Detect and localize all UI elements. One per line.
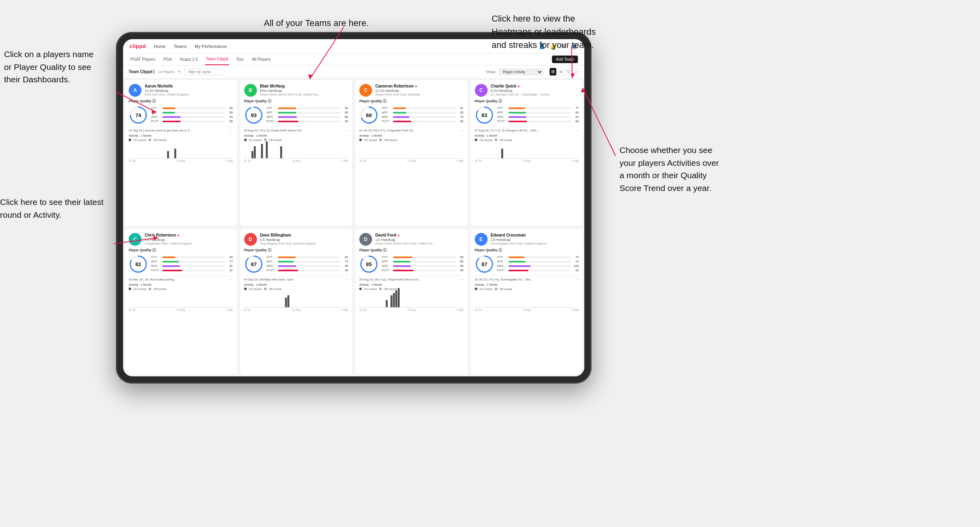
- player-name[interactable]: Edward Crossman: [491, 233, 579, 237]
- last-round[interactable]: 18 Jul 23 | 74 (+4), Sunningdale GC - Ol…: [475, 276, 579, 281]
- player-card[interactable]: B Blair McHarg Plus Handicap Royal North…: [240, 80, 353, 226]
- stat-bar-bg-ott: [393, 107, 456, 109]
- player-name[interactable]: David Ford●: [375, 233, 464, 237]
- nav-home[interactable]: Home: [154, 44, 165, 49]
- quality-circle[interactable]: 93: [244, 105, 263, 125]
- activity-label: Activity · 1 Month: [244, 283, 349, 286]
- last-round-text: 03 Mar 23 | 19. Must make putting: [129, 278, 174, 281]
- player-card[interactable]: A Aaron Nicholls 11:15 Handicap Drift Go…: [124, 80, 237, 226]
- tab-team-clippd[interactable]: Team Clippd: [205, 54, 229, 65]
- svg-text:82: 82: [135, 261, 141, 267]
- last-round[interactable]: 02 Sep 23 | Sunset round to get back int…: [129, 127, 233, 132]
- quality-circle[interactable]: 87: [244, 255, 263, 274]
- on-course-dot: [475, 139, 477, 141]
- last-round-arrow: →: [460, 129, 464, 132]
- annotation-right-bottom: Choose whether you seeyour players Activ…: [619, 144, 719, 194]
- chart-bar: [475, 158, 477, 158]
- off-course-label: Off course: [153, 139, 166, 141]
- nav-my-performance[interactable]: My Performance: [195, 44, 227, 49]
- stat-value-arg: 83: [457, 264, 464, 268]
- activity-chart: [475, 292, 579, 308]
- activity-chart: [244, 143, 349, 159]
- filter-input[interactable]: [184, 69, 224, 75]
- activity-legend: On course Off course: [359, 139, 464, 141]
- quality-circle[interactable]: 74: [129, 105, 148, 125]
- last-round[interactable]: 02 Jul 23 | 59 (+17), Craigmillar Park G…: [359, 127, 464, 132]
- stat-bar-fill-app: [508, 261, 526, 263]
- chart-bar: [378, 307, 380, 307]
- player-card[interactable]: E Edward Crossman 1:5 Handicap Sunningda…: [470, 229, 584, 375]
- tab-pgat-players[interactable]: PGAT Players: [129, 54, 156, 65]
- quality-circle[interactable]: 83: [475, 105, 494, 125]
- chart-bar: [386, 158, 388, 158]
- stat-label-app: APP: [151, 111, 161, 114]
- last-round[interactable]: 04 Sep 23 | Mobility with coach, Gym →: [244, 276, 349, 281]
- grid-view-icon[interactable]: ⊞: [550, 68, 556, 76]
- filter-view-icon[interactable]: ▽: [566, 68, 572, 76]
- stat-value-app: 80: [572, 111, 579, 114]
- chart-bar: [508, 158, 510, 158]
- stat-label-ott: OTT: [151, 106, 161, 110]
- player-card-header: D Dave Billingham 1:5 Handicap Sog Magin…: [244, 233, 349, 246]
- last-round[interactable]: 26 Aug 23 | 84 (+12), Royal North Devon …: [359, 276, 464, 281]
- stat-bar-bg-arg: [508, 265, 571, 267]
- nav-teams[interactable]: Teams: [174, 44, 187, 49]
- add-team-button[interactable]: Add Team: [552, 56, 578, 63]
- quality-circle[interactable]: 85: [359, 255, 378, 274]
- player-card[interactable]: D David Ford● 1:5 Handicap Royal North D…: [355, 229, 468, 375]
- stat-bar-bg-ott: [162, 107, 225, 109]
- quality-label: Player Quality ⓘ: [359, 248, 464, 253]
- player-name[interactable]: Dave Billingham: [260, 233, 349, 237]
- chart-bar: [518, 307, 520, 307]
- stat-label-ott: OTT: [267, 255, 276, 259]
- player-name[interactable]: Chris Robertson●: [145, 233, 233, 237]
- tab-tour[interactable]: Tour: [235, 54, 245, 65]
- player-card[interactable]: D Dave Billingham 1:5 Handicap Sog Magin…: [240, 229, 353, 375]
- stat-bar-fill-ott: [278, 107, 296, 109]
- player-card[interactable]: C Chris Robertson● 1:5 Handicap Craigmil…: [124, 229, 237, 375]
- chart-bar: [160, 158, 162, 158]
- player-name[interactable]: Cameron Robertson●: [375, 84, 464, 88]
- player-name[interactable]: Aaron Nicholls: [145, 84, 233, 88]
- activity-legend: On course Off course: [129, 288, 233, 290]
- player-card[interactable]: C Cameron Robertson● 11:15 Handicap Roya…: [355, 80, 468, 226]
- player-club: Royal Perth Golf Club, Australia: [375, 93, 464, 96]
- quality-circle[interactable]: 82: [129, 255, 148, 274]
- stat-label-arg: ARG: [497, 264, 507, 268]
- chart-bar: [369, 307, 371, 307]
- quality-circle[interactable]: 87: [475, 255, 494, 274]
- sort-icon[interactable]: ↕: [574, 68, 579, 76]
- stat-bar-bg-putt: [508, 270, 571, 271]
- player-card[interactable]: C Charlie Quick● 6:10 Handicap St. Georg…: [470, 80, 584, 226]
- tab-all-players[interactable]: All Players: [251, 54, 271, 65]
- last-round[interactable]: 26 Aug 23 | 73 (+1), Royal North Devon G…: [244, 127, 349, 132]
- chart-bar: [402, 307, 404, 307]
- chart-bar: [520, 307, 522, 307]
- player-info: Charlie Quick● 6:10 Handicap St. George'…: [491, 84, 579, 96]
- chart-bar: [280, 146, 282, 158]
- chart-bar: [278, 158, 280, 158]
- stat-label-arg: ARG: [151, 264, 161, 268]
- stat-value-ott: 89: [457, 255, 464, 259]
- stat-bar-bg-putt: [162, 121, 225, 122]
- chart-bar: [371, 158, 373, 158]
- edit-icon[interactable]: ✏: [178, 70, 181, 74]
- chart-bar: [477, 158, 479, 158]
- chart-bar: [283, 158, 285, 158]
- player-name[interactable]: Charlie Quick●: [491, 84, 579, 88]
- quality-row: 82 OTT 60 APP: [129, 255, 233, 274]
- stat-label-app: APP: [382, 260, 391, 263]
- show-select[interactable]: Player Activity Quality Score Trend: [499, 69, 543, 75]
- stat-row-app: APP 79: [497, 260, 579, 263]
- list-view-icon[interactable]: ≡: [558, 68, 564, 76]
- tab-hcaps[interactable]: Hcaps 1-5: [179, 54, 199, 65]
- on-course-label: On course: [249, 139, 262, 141]
- last-round[interactable]: 07 Aug 23 | 77 (+7), St George's Hill GC…: [475, 127, 579, 132]
- quality-circle[interactable]: 68: [359, 105, 378, 125]
- stat-bars: OTT 60 APP 58: [151, 106, 233, 124]
- last-round[interactable]: 03 Mar 23 | 19. Must make putting →: [129, 276, 233, 281]
- off-course-label: Off course: [153, 288, 166, 290]
- chart-bar: [169, 307, 171, 307]
- player-name[interactable]: Blair McHarg: [260, 84, 349, 88]
- tab-pga[interactable]: PGA: [162, 54, 172, 65]
